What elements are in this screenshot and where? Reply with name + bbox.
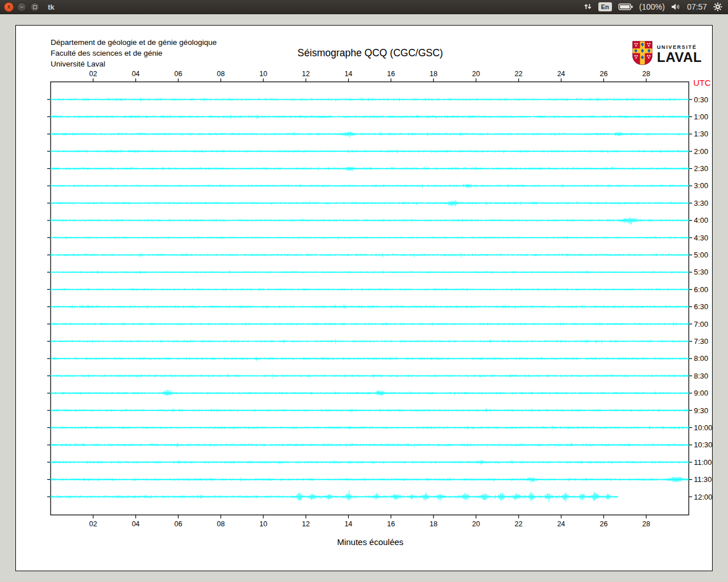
x-axis-title: Minutes écoulées: [337, 537, 404, 547]
seismogram-trace: [51, 339, 689, 344]
x-tick-label-top: 26: [599, 70, 607, 78]
x-tick-label-top: 02: [89, 70, 97, 78]
x-tick-label-bottom: 20: [472, 520, 480, 528]
seismogram-trace: [51, 373, 689, 378]
battery-percent[interactable]: (100%): [639, 2, 665, 11]
x-tick-label-top: 24: [557, 70, 565, 78]
close-icon[interactable]: x: [4, 2, 14, 12]
utc-time-label: 5:00: [694, 251, 708, 259]
utc-time-label: 6:30: [694, 302, 708, 311]
indicator-area: En (100%) 07:57: [584, 2, 722, 11]
seismogram-trace: [51, 477, 689, 483]
seismogram-trace: [51, 132, 689, 138]
x-tick-label-bottom: 26: [599, 520, 607, 528]
seismogram-trace: [51, 357, 689, 361]
utc-time-label: 8:00: [694, 354, 708, 363]
utc-time-label: 9:00: [694, 389, 708, 397]
utc-time-label: 10:00: [694, 423, 712, 432]
x-tick-label-top: 04: [132, 70, 140, 78]
seismogram-trace: [51, 409, 689, 413]
updown-arrows-icon[interactable]: [584, 2, 592, 11]
seismogram-trace: [51, 167, 689, 171]
utc-time-label: 9:30: [694, 406, 708, 415]
x-tick-label-top: 10: [259, 70, 267, 78]
utc-time-label: 4:00: [694, 216, 708, 225]
volume-icon[interactable]: [671, 3, 681, 11]
x-tick-label-bottom: 14: [345, 520, 353, 528]
utc-time-label: 8:30: [694, 372, 708, 380]
utc-time-label: 11:30: [694, 475, 712, 484]
x-tick-label-top: 14: [345, 70, 353, 78]
seismogram-trace: [51, 426, 689, 430]
seismogram-trace: [51, 390, 689, 396]
x-tick-label-top: 22: [515, 70, 523, 78]
x-tick-label-bottom: 10: [259, 520, 267, 528]
seismogram-trace: [51, 460, 689, 465]
gear-icon[interactable]: [713, 2, 722, 11]
x-tick-label-top: 20: [472, 70, 480, 78]
seismogram-trace: [51, 115, 689, 119]
seismogram-trace: [51, 322, 689, 326]
seismogram-trace: [51, 200, 689, 206]
x-tick-label-bottom: 12: [302, 520, 310, 528]
seismogram-trace: [51, 149, 689, 153]
seismogram-trace: [51, 271, 689, 274]
x-tick-label-bottom: 24: [557, 520, 565, 528]
x-tick-label-top: 08: [217, 70, 225, 78]
x-tick-label-bottom: 22: [515, 520, 523, 528]
battery-icon[interactable]: [618, 3, 633, 11]
utc-time-label: 12:00: [694, 493, 712, 501]
seismogram-trace: [51, 236, 689, 239]
utc-time-label: 2:30: [694, 164, 708, 173]
utc-time-label: 7:30: [694, 337, 708, 346]
utc-time-label: 11:00: [694, 458, 712, 467]
x-tick-label-bottom: 02: [89, 520, 97, 528]
seismogram-trace: [51, 305, 689, 309]
x-tick-label-top: 28: [642, 70, 650, 78]
desktop: { "topbar": { "window_title": "tk", "clo…: [0, 0, 728, 582]
window-title: tk: [48, 3, 55, 11]
x-tick-label-bottom: 08: [217, 520, 225, 528]
seismograph-window: Département de géologie et de génie géol…: [15, 25, 713, 571]
seismogram-plot: 0202040406060808101012121414161618182020…: [16, 26, 712, 571]
utc-axis-label: UTC: [693, 78, 711, 88]
x-tick-label-top: 18: [429, 70, 437, 78]
utc-time-label: 6:00: [694, 285, 708, 294]
x-tick-label-bottom: 18: [429, 520, 437, 528]
utc-time-label: 10:30: [694, 440, 712, 449]
seismogram-trace: [51, 98, 689, 102]
x-tick-label-top: 06: [174, 70, 182, 78]
utc-time-label: 3:00: [694, 181, 708, 190]
utc-time-label: 0:30: [694, 95, 708, 104]
seismogram-trace: [51, 218, 689, 225]
window-controls: x –: [4, 2, 40, 12]
plot-border: [51, 82, 689, 515]
x-tick-label-bottom: 06: [174, 520, 182, 528]
seismogram-trace: [51, 288, 689, 291]
keyboard-layout-badge[interactable]: En: [598, 2, 612, 11]
utc-time-label: 7:00: [694, 320, 708, 329]
seismogram-trace: [51, 490, 618, 502]
seismogram-trace: [51, 443, 689, 447]
x-tick-label-bottom: 04: [132, 520, 140, 528]
clock[interactable]: 07:57: [687, 2, 707, 11]
x-tick-label-top: 16: [387, 70, 395, 78]
utc-time-label: 4:30: [694, 234, 708, 242]
maximize-icon[interactable]: [30, 2, 40, 12]
minimize-icon[interactable]: –: [17, 2, 27, 12]
seismogram-trace: [51, 184, 689, 188]
x-tick-label-bottom: 16: [387, 520, 395, 528]
x-tick-label-bottom: 28: [642, 520, 650, 528]
utc-time-label: 5:30: [694, 268, 708, 276]
utc-time-label: 3:30: [694, 199, 708, 207]
utc-time-label: 2:00: [694, 147, 708, 156]
seismogram-trace: [51, 253, 689, 257]
utc-time-label: 1:00: [694, 113, 708, 121]
top-panel: x – tk En (100%) 07:57: [0, 0, 728, 14]
utc-time-label: 1:30: [694, 130, 708, 138]
x-tick-label-top: 12: [302, 70, 310, 78]
